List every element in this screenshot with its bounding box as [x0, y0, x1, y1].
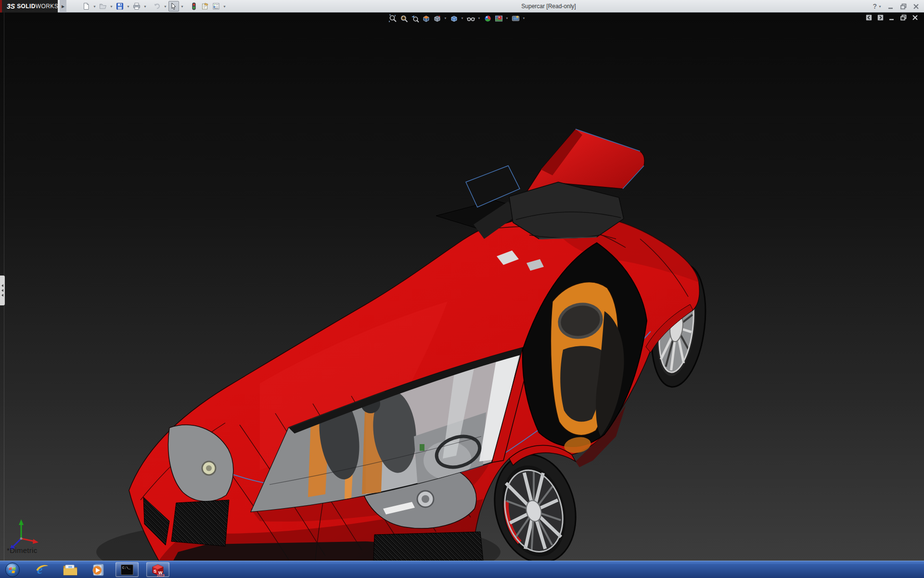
expand-right-pane-button[interactable] — [877, 14, 884, 21]
solidworks-window: 3S SOLIDWORKS ▶ ▼ ▼ ▼ ▼ ▼ ▼ — [0, 0, 924, 578]
undo-button[interactable] — [152, 1, 162, 12]
doc-restore-button[interactable] — [900, 14, 907, 21]
rebuild-traffic-light-button[interactable] — [189, 1, 199, 12]
view-orientation-dropdown-icon[interactable]: ▼ — [443, 17, 448, 20]
apply-scene-dropdown-icon[interactable]: ▼ — [505, 17, 509, 20]
print-dropdown-icon[interactable]: ▼ — [142, 1, 148, 12]
view-settings-dropdown-icon[interactable]: ▼ — [522, 17, 526, 20]
options-dropdown-icon[interactable]: ▼ — [222, 1, 227, 12]
document-title: Supercar [Read-only] — [462, 0, 635, 13]
print-button[interactable] — [131, 1, 142, 12]
windows-explorer-button[interactable] — [62, 562, 79, 578]
menu-bar: 3S SOLIDWORKS ▶ ▼ ▼ ▼ ▼ ▼ ▼ — [0, 0, 924, 13]
menubar-toolbar: ▼ ▼ ▼ ▼ ▼ ▼ — [81, 0, 227, 13]
hide-show-items-button[interactable] — [466, 13, 475, 23]
media-player-button[interactable] — [90, 562, 107, 578]
svg-text:S: S — [154, 569, 156, 574]
apply-scene-button[interactable] — [494, 13, 503, 23]
select-button[interactable] — [168, 1, 179, 12]
view-orientation-button[interactable] — [432, 13, 442, 23]
collapse-left-pane-button[interactable] — [866, 14, 872, 21]
right-grille — [373, 532, 483, 561]
solidworks-logo: 3S SOLIDWORKS — [0, 0, 58, 13]
doc-minimize-button[interactable] — [889, 14, 895, 21]
new-document-button[interactable] — [81, 1, 91, 12]
brand-solid: SOLID — [17, 3, 36, 10]
zoom-to-area-button[interactable] — [399, 13, 409, 23]
open-button[interactable] — [98, 1, 108, 12]
windows-taskbar: e C:\_ — [0, 561, 924, 578]
start-button[interactable] — [4, 562, 21, 578]
section-view-button[interactable] — [421, 13, 431, 23]
feature-manager-collapse-tab[interactable] — [0, 276, 5, 305]
restore-button[interactable] — [900, 3, 907, 10]
command-prompt-icon: C:\_ — [121, 565, 133, 575]
zoom-to-fit-button[interactable] — [388, 13, 398, 23]
display-style-dropdown-icon[interactable]: ▼ — [460, 17, 464, 20]
save-button[interactable] — [115, 1, 125, 12]
left-grille — [171, 500, 229, 546]
command-prompt-button[interactable]: C:\_ — [116, 562, 139, 577]
previous-view-button[interactable] — [410, 13, 420, 23]
undo-dropdown-icon[interactable]: ▼ — [163, 1, 168, 12]
save-dropdown-icon[interactable]: ▼ — [126, 1, 131, 12]
minimize-button[interactable] — [888, 3, 894, 10]
hide-show-items-dropdown-icon[interactable]: ▼ — [477, 17, 481, 20]
window-controls: ?▼ — [873, 0, 920, 13]
edit-appearance-button[interactable] — [483, 13, 492, 23]
graphics-area[interactable]: ▼ ▼ ▼ ▼ ▼ — [0, 13, 924, 561]
3ds-logo-glyph: 3S — [7, 2, 15, 10]
view-orientation-label: *Dimetric — [7, 546, 38, 554]
document-window-controls — [866, 14, 918, 21]
open-dropdown-icon[interactable]: ▼ — [109, 1, 114, 12]
display-style-button[interactable] — [449, 13, 459, 23]
view-settings-button[interactable] — [511, 13, 520, 23]
doc-close-button[interactable] — [912, 14, 918, 21]
help-button[interactable]: ?▼ — [873, 2, 882, 10]
svg-text:2015: 2015 — [157, 573, 165, 577]
solidworks-2015-icon: S W 2015 — [151, 563, 165, 577]
supercar-3d-model[interactable] — [0, 13, 924, 561]
file-properties-button[interactable] — [200, 1, 210, 12]
brand-works: WORKS — [36, 3, 58, 10]
options-button[interactable] — [211, 1, 221, 12]
new-dropdown-icon[interactable]: ▼ — [92, 1, 97, 12]
help-dropdown-icon[interactable]: ▼ — [878, 5, 882, 8]
internet-explorer-button[interactable]: e — [34, 562, 51, 578]
select-dropdown-icon[interactable]: ▼ — [180, 1, 185, 12]
solidworks-2015-button[interactable]: S W 2015 — [146, 562, 169, 577]
close-button[interactable] — [913, 3, 919, 10]
menu-expand-arrow-icon[interactable]: ▶ — [60, 0, 66, 13]
heads-up-view-toolbar: ▼ ▼ ▼ ▼ ▼ — [388, 13, 526, 23]
